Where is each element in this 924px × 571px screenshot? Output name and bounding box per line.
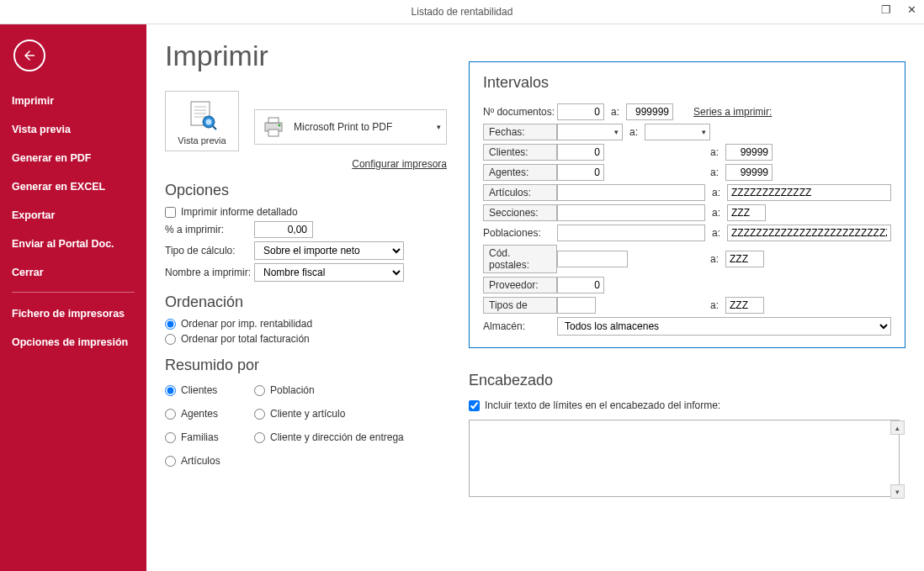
agentes-from-input[interactable] [557,164,604,181]
proveedor-button[interactable]: Proveedor: [483,277,557,293]
codpostales-button[interactable]: Cód. postales: [483,245,557,273]
fechas-to-dropdown[interactable]: ▾ [645,124,710,140]
a-label: a: [609,106,621,118]
svg-point-6 [206,119,212,125]
sidebar-item-enviar-portal[interactable]: Enviar al Portal Doc. [0,230,146,258]
percent-input[interactable] [254,221,313,238]
summary-clientes-label: Clientes [181,384,217,396]
summary-heading: Resumido por [165,357,447,374]
articulos-from-input[interactable] [557,184,705,201]
a-label: a: [709,167,720,178]
document-preview-icon [185,100,219,132]
scroll-up-button[interactable]: ▴ [890,420,905,435]
codpostales-from-input[interactable] [557,251,628,267]
a-label: a: [710,227,722,239]
sidebar-separator [12,292,135,293]
summary-articulos-radio[interactable] [165,456,176,467]
doc-from-input[interactable] [557,103,604,120]
tipos-from-input[interactable] [557,297,596,314]
fechas-button[interactable]: Fechas: [483,124,557,140]
summary-poblacion-radio[interactable] [254,385,265,396]
intervals-panel: Intervalos Nº documentos: a: Series a im… [469,61,905,348]
close-button[interactable]: ✕ [899,0,924,19]
articulos-to-input[interactable] [727,184,891,201]
arrow-left-icon [22,48,37,63]
sidebar-item-generar-pdf[interactable]: Generar en PDF [0,144,146,172]
clientes-from-input[interactable] [557,144,604,161]
sidebar-item-fichero-impresoras[interactable]: Fichero de impresoras [0,299,146,328]
articulos-button[interactable]: Artículos: [483,184,557,201]
order-rentabilidad-radio[interactable] [165,319,176,330]
summary-familias-radio[interactable] [165,432,176,443]
preview-label: Vista previa [178,135,226,145]
chevron-down-icon: ▾ [437,123,441,131]
svg-rect-9 [268,118,279,123]
sidebar-item-generar-excel[interactable]: Generar en EXCEL [0,172,146,201]
sidebar-item-vista-previa[interactable]: Vista previa [0,115,146,144]
summary-cliente-direccion-label: Cliente y dirección de entrega [270,431,404,443]
agentes-to-input[interactable] [725,164,773,181]
a-label: a: [628,126,640,138]
clientes-to-input[interactable] [725,144,773,161]
window-title: Listado de rentabilidad [412,6,513,18]
doc-label: Nº documentos: [483,106,557,118]
summary-cliente-articulo-label: Cliente y artículo [270,408,345,420]
summary-agentes-label: Agentes [181,408,218,420]
summary-cliente-articulo-radio[interactable] [254,409,265,420]
proveedor-input[interactable] [557,277,604,293]
intervals-heading: Intervalos [483,74,891,92]
doc-to-input[interactable] [626,103,673,120]
svg-point-11 [279,124,281,127]
name-select[interactable]: Nombre fiscal [254,263,404,282]
secciones-from-input[interactable] [557,204,705,221]
include-limits-label: Incluir texto de límites en el encabezad… [485,399,720,411]
include-limits-checkbox[interactable] [469,400,480,411]
sidebar-item-opciones-impresion[interactable]: Opciones de impresión [0,328,146,357]
order-facturacion-label: Ordenar por total facturación [181,333,310,345]
calc-select[interactable]: Sobre el importe neto [254,241,404,260]
printer-selector[interactable]: Microsoft Print to PDF ▾ [254,109,447,145]
sidebar-item-exportar[interactable]: Exportar [0,201,146,230]
agentes-button[interactable]: Agentes: [483,164,557,181]
summary-agentes-radio[interactable] [165,409,176,420]
a-label: a: [710,187,722,198]
calc-label: Tipo de cálculo: [165,245,254,256]
almacen-label: Almacén: [483,320,557,332]
order-rentabilidad-label: Ordenar por imp. rentabilidad [181,318,312,330]
detailed-report-label: Imprimir informe detallado [181,206,298,218]
clientes-button[interactable]: Clientes: [483,144,557,161]
ordering-heading: Ordenación [165,293,447,311]
summary-cliente-direccion-radio[interactable] [254,432,265,443]
a-label: a: [709,253,720,265]
sidebar-item-cerrar[interactable]: Cerrar [0,258,146,287]
summary-familias-label: Familias [181,431,219,443]
sidebar-item-imprimir[interactable]: Imprimir [0,87,146,115]
tipos-button[interactable]: Tipos de [483,297,557,314]
header-textarea[interactable] [469,420,900,497]
configure-printer-link[interactable]: Configurar impresora [165,158,447,170]
maximize-button[interactable]: ❐ [874,0,899,19]
fechas-from-dropdown[interactable]: ▾ [557,124,623,140]
preview-button[interactable]: Vista previa [165,91,239,151]
order-facturacion-radio[interactable] [165,334,176,345]
summary-poblacion-label: Población [270,384,315,396]
svg-line-7 [213,126,216,130]
a-label: a: [709,146,720,158]
back-button[interactable] [13,40,45,71]
secciones-button[interactable]: Secciones: [483,204,557,221]
a-label: a: [709,299,720,311]
almacen-select[interactable]: Todos los almacenes [557,317,891,336]
poblaciones-to-input[interactable] [727,225,891,241]
page-title: Imprimir [165,40,447,72]
detailed-report-checkbox[interactable] [165,207,176,218]
series-link[interactable]: Series a imprimir: [693,106,772,118]
printer-icon [262,116,285,138]
scroll-down-button[interactable]: ▾ [890,484,905,499]
svg-rect-10 [268,130,279,136]
secciones-to-input[interactable] [727,204,766,221]
codpostales-to-input[interactable] [725,251,764,267]
encabezado-heading: Encabezado [469,372,905,389]
tipos-to-input[interactable] [725,297,764,314]
poblaciones-from-input[interactable] [557,225,705,241]
summary-clientes-radio[interactable] [165,385,176,396]
